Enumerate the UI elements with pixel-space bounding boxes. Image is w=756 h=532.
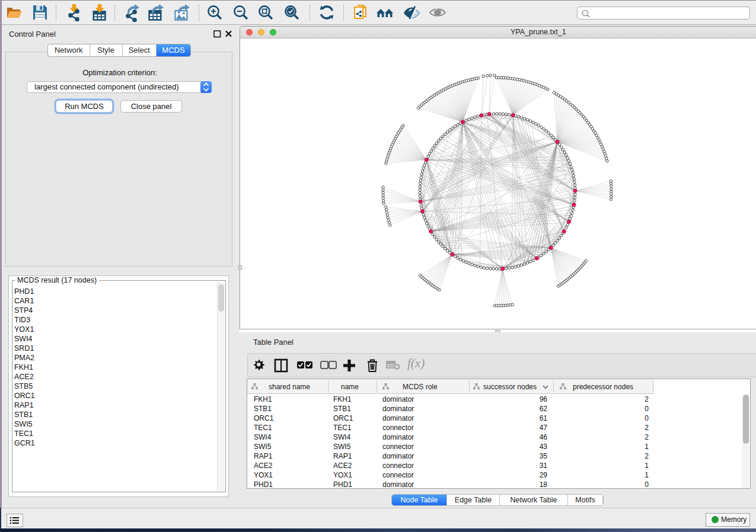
svg-text:f(x): f(x) — [407, 356, 425, 370]
